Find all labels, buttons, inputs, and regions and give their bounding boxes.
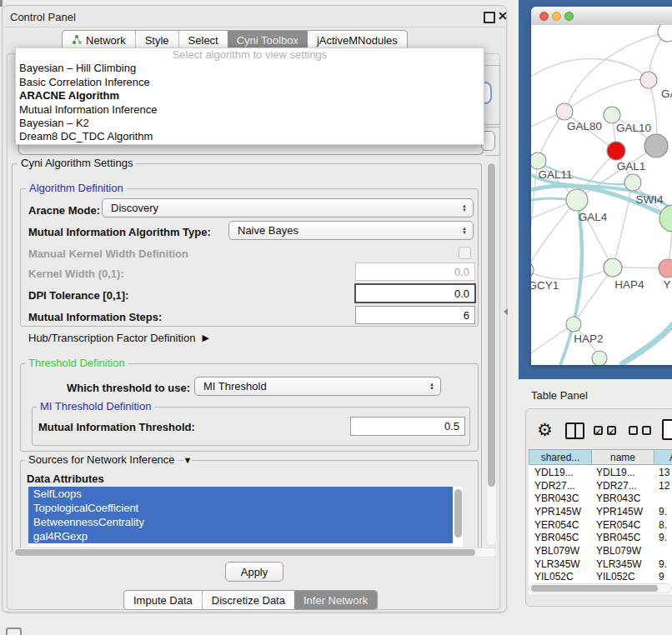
table-row[interactable]: YBR043CYBR043C xyxy=(529,492,672,505)
threshold-definition-title: Threshold Definition xyxy=(25,358,128,369)
kernel-width-field[interactable]: 0.0 xyxy=(355,262,475,281)
popup-item-bayesian-hill-climbing[interactable]: Bayesian – Hill Climbing xyxy=(16,62,484,75)
column-header-name[interactable]: name xyxy=(591,449,654,465)
cyni-algorithm-settings-title: Cyni Algorithm Settings xyxy=(18,158,136,169)
node-gal4[interactable] xyxy=(566,189,588,211)
table-row[interactable]: YIL052CYIL052C9 xyxy=(529,571,672,583)
settings-horizontal-scrollbar-thumb[interactable] xyxy=(15,549,475,556)
manual-kernel-width-checkbox[interactable] xyxy=(459,247,471,259)
tab-select[interactable]: Select xyxy=(178,31,228,49)
tab-network[interactable]: Network xyxy=(63,31,135,49)
expanded-arrow-icon: ▼ xyxy=(183,455,193,465)
node-label: GCY1 xyxy=(531,279,559,292)
aracne-mode-label: Aracne Mode: xyxy=(28,204,100,217)
list-item-betweennesscentrality[interactable]: BetweennessCentrality xyxy=(28,515,453,529)
node-gal11[interactable] xyxy=(531,152,546,169)
bottom-left-partial-icon[interactable] xyxy=(6,628,22,635)
apply-button[interactable]: Apply xyxy=(225,562,283,582)
manual-kernel-width-label: Manual Kernel Width Definition xyxy=(28,248,188,260)
mi-threshold-label: Mutual Information Threshold: xyxy=(38,421,195,433)
node-gcy1[interactable] xyxy=(531,262,534,278)
node-label: GAL4 xyxy=(579,211,608,223)
node-label: GAL xyxy=(661,88,672,100)
list-item-topologicalcoefficient[interactable]: TopologicalCoefficient xyxy=(28,501,453,515)
tab-style[interactable]: Style xyxy=(135,31,178,49)
select-all-checkboxes-icon[interactable]: ✓✓ xyxy=(594,426,616,435)
table-row[interactable]: YER054CYER054C8. xyxy=(529,518,672,532)
node-top-partial[interactable] xyxy=(658,25,672,42)
popup-placeholder: Select algorithm to view settings xyxy=(16,48,484,62)
network-window[interactable]: GAL GAL80 GAL10 GAL1 GAL11 SWI4 GAL4 GCY… xyxy=(531,7,672,365)
which-threshold-label: Which threshold to use: xyxy=(67,382,190,394)
table-row[interactable]: YBL079WYBL079W xyxy=(529,544,672,558)
mi-algorithm-type-combobox[interactable]: Naive Bayes ▲▼ xyxy=(228,221,474,240)
tab-impute-data[interactable]: Impute Data xyxy=(124,591,202,609)
node-bright-green-partial[interactable] xyxy=(659,205,672,232)
column-header-partial[interactable]: A xyxy=(654,449,672,465)
mi-steps-field[interactable]: 6 xyxy=(355,306,475,324)
aracne-mode-combobox[interactable]: Discovery ▲▼ xyxy=(102,198,474,218)
node-gal-pink[interactable] xyxy=(640,72,657,88)
table-row[interactable]: YPR145WYPR145W9. xyxy=(529,505,672,518)
list-item-selfloops[interactable]: SelfLoops xyxy=(28,487,453,501)
node-gal1-red[interactable] xyxy=(607,142,625,160)
mi-threshold-field[interactable]: 0.5 xyxy=(350,417,465,436)
sources-toggle[interactable]: Sources for Network Inference ▼ xyxy=(25,454,192,466)
close-icon[interactable]: ✕ xyxy=(498,9,508,22)
node-hap4[interactable] xyxy=(604,258,622,277)
popup-item-basic-correlation[interactable]: Basic Correlation Inference xyxy=(16,76,484,89)
tab-cyni-toolbox[interactable]: Cyni Toolbox xyxy=(228,31,308,49)
dpi-tolerance-label: DPI Tolerance [0,1]: xyxy=(28,289,128,302)
node-gray[interactable] xyxy=(644,134,668,158)
node-label: HAP2 xyxy=(574,332,603,345)
list-item-gal4rgexp[interactable]: gal4RGexp xyxy=(28,529,453,543)
panel-splitter-arrow-icon[interactable] xyxy=(504,308,508,315)
minimize-traffic-light[interactable] xyxy=(552,12,561,21)
sources-title: Sources for Network Inference xyxy=(25,454,178,466)
popup-item-dream8[interactable]: Dream8 DC_TDC Algorithm xyxy=(16,130,484,143)
mi-algorithm-type-label: Mutual Information Algorithm Type: xyxy=(28,226,211,238)
which-threshold-combobox[interactable]: MI Threshold ▲▼ xyxy=(194,377,441,396)
collapsed-arrow-icon: ▶ xyxy=(202,332,208,343)
node-label: Y xyxy=(663,278,670,291)
document-partial-icon[interactable] xyxy=(662,419,672,440)
popup-item-bayesian-k2[interactable]: Bayesian – K2 xyxy=(16,117,484,130)
table-row[interactable]: YBR045CYBR045C9. xyxy=(529,532,672,545)
tab-jactivemnodules[interactable]: jActiveMNodules xyxy=(308,31,407,49)
zoom-traffic-light[interactable] xyxy=(564,12,574,21)
network-canvas[interactable]: GAL GAL80 GAL10 GAL1 GAL11 SWI4 GAL4 GCY… xyxy=(531,25,672,365)
data-attributes-list: SelfLoops TopologicalCoefficient Between… xyxy=(28,487,463,547)
tab-infer-network[interactable]: Infer Network xyxy=(294,591,377,609)
mi-threshold-definition-title: MI Threshold Definition xyxy=(37,401,154,412)
attributes-list-scrollbar-thumb[interactable] xyxy=(454,489,462,538)
table-row[interactable]: YDR27...YDR27...12 xyxy=(529,479,672,492)
node-label: GAL80 xyxy=(567,120,602,132)
popup-item-mutual-information[interactable]: Mutual Information Inference xyxy=(16,103,484,117)
node-hap2[interactable] xyxy=(566,317,581,332)
column-header-shared-name[interactable]: shared... xyxy=(529,449,592,465)
node-gal80[interactable] xyxy=(556,103,573,120)
kernel-width-label: Kernel Width (0,1): xyxy=(28,268,124,280)
float-window-icon[interactable] xyxy=(484,12,495,23)
node-label: GAL10 xyxy=(616,122,651,134)
table-row[interactable]: YLR345WYLR345W9. xyxy=(529,558,672,571)
table-horizontal-scrollbar-thumb[interactable] xyxy=(531,585,658,592)
hub-factor-definition-label: Hub/Transcription Factor Definition xyxy=(28,332,195,344)
stepper-arrows-icon: ▲▼ xyxy=(429,382,434,391)
dpi-tolerance-field[interactable]: 0.0 xyxy=(354,283,476,303)
table-row[interactable]: YDL19...YDL19...13 xyxy=(529,466,672,479)
tab-discretize-data[interactable]: Discretize Data xyxy=(202,591,294,609)
popup-item-aracne[interactable]: ARACNE Algorithm xyxy=(16,89,484,102)
node-gal10[interactable] xyxy=(604,107,620,123)
node-label: GAL1 xyxy=(617,160,646,172)
node-salmon[interactable] xyxy=(659,259,672,278)
close-traffic-light[interactable] xyxy=(539,12,549,21)
tab-network-label: Network xyxy=(86,34,126,47)
node-bottom-partial[interactable] xyxy=(592,351,607,365)
deselect-all-checkboxes-icon[interactable] xyxy=(629,426,651,435)
hub-factor-definition-toggle[interactable]: Hub/Transcription Factor Definition ▶ xyxy=(28,332,209,344)
node-swi4[interactable] xyxy=(624,174,641,191)
column-layout-icon[interactable] xyxy=(565,422,584,439)
settings-vertical-scrollbar-thumb[interactable] xyxy=(488,163,495,487)
gear-icon[interactable]: ⚙ xyxy=(537,420,553,440)
